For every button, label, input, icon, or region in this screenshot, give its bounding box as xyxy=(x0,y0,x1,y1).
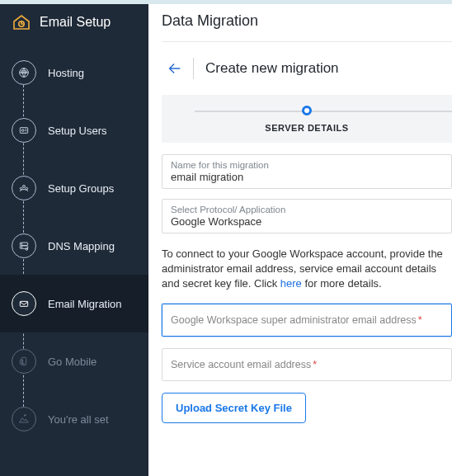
mountain-flag-icon xyxy=(12,407,36,431)
sidebar-item-label: Hosting xyxy=(48,67,84,79)
app-header: Email Setup xyxy=(0,4,148,44)
divider xyxy=(193,58,194,79)
required-mark: * xyxy=(313,359,317,370)
main-panel: Data Migration Create new migration SERV… xyxy=(148,4,452,476)
field-value: email migration xyxy=(171,170,443,183)
field-value: Google Workspace xyxy=(171,214,443,228)
sidebar-item-setup-users[interactable]: Setup Users xyxy=(0,101,148,159)
placeholder-text: Service account email address xyxy=(171,359,311,370)
sidebar-item-email-migration[interactable]: Email Migration xyxy=(0,275,148,332)
sidebar-item-label: Setup Groups xyxy=(48,182,114,195)
mobile-icon xyxy=(12,349,36,374)
svg-point-11 xyxy=(21,247,22,247)
page-title: Data Migration xyxy=(162,9,452,42)
app-title: Email Setup xyxy=(40,15,111,30)
field-label: Select Protocol/ Application xyxy=(171,205,443,214)
svg-point-12 xyxy=(26,248,28,251)
svg-point-4 xyxy=(21,130,24,132)
protocol-select[interactable]: Select Protocol/ Application Google Work… xyxy=(162,199,452,233)
admin-email-input[interactable]: Google Workspace super administrator ema… xyxy=(162,304,452,337)
svg-point-15 xyxy=(23,363,24,364)
info-text: To connect to your Google Workspace acco… xyxy=(162,243,452,304)
service-email-input[interactable]: Service account email address* xyxy=(162,348,452,381)
info-text-suffix: for more details. xyxy=(302,277,382,290)
arrow-left-icon xyxy=(166,59,184,78)
id-badge-icon xyxy=(12,118,36,143)
upload-secret-key-button[interactable]: Upload Secret Key File xyxy=(162,393,306,423)
sidebar-item-label: Email Migration xyxy=(48,298,122,310)
sidebar-item-label: Go Mobile xyxy=(48,356,97,368)
placeholder-text: Google Workspace super administrator ema… xyxy=(171,314,417,326)
sidebar-item-label: DNS Mapping xyxy=(48,240,115,252)
sidebar-nav: Hosting Setup Users xyxy=(0,44,148,448)
group-icon xyxy=(12,176,36,200)
app-logo-icon xyxy=(12,12,31,32)
subheader: Create new migration xyxy=(162,42,452,95)
sidebar-item-label: You're all set xyxy=(48,413,109,426)
svg-point-10 xyxy=(21,243,22,244)
globe-icon xyxy=(12,60,36,85)
back-button[interactable] xyxy=(162,55,188,82)
server-icon xyxy=(12,233,36,258)
svg-point-5 xyxy=(23,186,26,188)
step-line xyxy=(195,111,452,112)
info-link[interactable]: here xyxy=(280,277,302,290)
sidebar-item-hosting[interactable]: Hosting xyxy=(0,44,148,101)
step-label: SERVER DETAILS xyxy=(162,123,452,133)
step-dot-active xyxy=(302,106,312,115)
sidebar-item-setup-groups[interactable]: Setup Groups xyxy=(0,159,148,217)
required-mark: * xyxy=(418,314,422,326)
sidebar-item-go-mobile[interactable]: Go Mobile xyxy=(0,332,148,390)
wizard-steps: SERVER DETAILS xyxy=(162,95,452,143)
sidebar-item-all-set[interactable]: You're all set xyxy=(0,390,148,448)
sidebar-item-label: Setup Users xyxy=(48,125,107,137)
sidebar-item-dns-mapping[interactable]: DNS Mapping xyxy=(0,217,148,275)
svg-rect-13 xyxy=(20,301,27,306)
envelope-icon xyxy=(12,291,36,316)
migration-form: Name for this migration email migration … xyxy=(162,143,452,423)
field-label: Name for this migration xyxy=(171,160,443,170)
page-subtitle: Create new migration xyxy=(205,60,339,77)
migration-name-field[interactable]: Name for this migration email migration xyxy=(162,154,452,189)
sidebar: Email Setup Hosting xyxy=(0,4,148,476)
